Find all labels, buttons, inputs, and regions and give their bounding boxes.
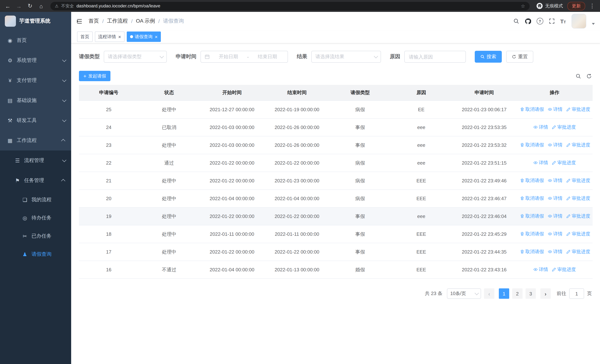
app-frame: 芋道管理系统 ◉首页⚙系统管理¥支付管理▤基础设施⚒研发工具▦工作流程☰流程管理…: [0, 12, 600, 364]
fullscreen-icon[interactable]: [549, 18, 555, 24]
view-icon: [548, 250, 552, 254]
action-detail[interactable]: 详情: [533, 267, 548, 273]
next-page-button[interactable]: ›: [540, 288, 551, 299]
page-button-3[interactable]: 3: [525, 288, 536, 299]
action-cancel[interactable]: 取消请假: [520, 106, 544, 113]
action-cancel[interactable]: 取消请假: [520, 177, 544, 184]
tab-流程详情[interactable]: 流程详情×: [95, 31, 124, 42]
action-progress[interactable]: 审批进度: [566, 106, 590, 113]
tab-请假查询[interactable]: 请假查询×: [127, 31, 161, 42]
action-cancel[interactable]: 取消请假: [520, 231, 544, 237]
security-warning-label[interactable]: 不安全: [61, 3, 74, 9]
reload-icon[interactable]: ↻: [26, 3, 34, 9]
bookmark-star-icon[interactable]: ☆: [521, 3, 525, 9]
cell-status: 处理中: [139, 136, 200, 154]
action-label: 详情: [553, 177, 562, 184]
tab-首页[interactable]: 首页: [77, 31, 93, 42]
sidebar-item-leave-query[interactable]: ♟请假查询: [0, 245, 71, 263]
sidebar-item-workflow[interactable]: ▦工作流程: [0, 131, 71, 150]
url-text[interactable]: dashboard.yudao.iocoder.cn/bpm/oa/leave: [76, 3, 518, 9]
search-button[interactable]: 搜索: [475, 51, 502, 63]
view-icon: [548, 107, 552, 112]
create-leave-button[interactable]: + 发起请假: [79, 71, 111, 81]
sidebar-item-done-task[interactable]: ✂已办任务: [0, 227, 71, 245]
toggle-search-icon[interactable]: [576, 73, 581, 79]
action-detail[interactable]: 详情: [548, 213, 562, 219]
search-icon[interactable]: [513, 18, 519, 24]
action-progress[interactable]: 审批进度: [566, 142, 590, 148]
breadcrumb-item[interactable]: 工作流程: [107, 18, 128, 24]
reset-button[interactable]: 重置: [506, 51, 533, 63]
sidebar-item-system[interactable]: ⚙系统管理: [0, 50, 71, 70]
action-label: 取消请假: [525, 195, 544, 202]
url-bar[interactable]: ⚠ 不安全 dashboard.yudao.iocoder.cn/bpm/oa/…: [50, 2, 530, 10]
user-avatar[interactable]: [572, 14, 586, 28]
action-progress[interactable]: 审批进度: [552, 124, 576, 131]
sidebar-item-label: 基础设施: [17, 97, 37, 104]
breadcrumb-item[interactable]: 首页: [89, 18, 99, 24]
help-icon[interactable]: ?: [536, 18, 543, 24]
table-row: 22通过2022-01-22 00:00:002022-01-22 00:00:…: [79, 154, 593, 172]
action-cancel[interactable]: 取消请假: [520, 249, 544, 255]
action-progress[interactable]: 审批进度: [566, 213, 590, 219]
leave-type-select[interactable]: 请选择请假类型: [104, 51, 167, 63]
cell-apply_time: 2022-01-22 23:53:32: [452, 136, 516, 154]
refresh-icon[interactable]: [586, 73, 592, 79]
sidebar-toggle-icon[interactable]: [76, 18, 83, 24]
column-header: 请假类型: [330, 85, 391, 101]
action-detail[interactable]: 详情: [548, 195, 562, 202]
goto-label: 前往: [557, 290, 566, 297]
action-detail[interactable]: 详情: [533, 124, 548, 131]
delete-icon: [520, 214, 525, 218]
sidebar-item-home[interactable]: ◉首页: [0, 30, 71, 50]
action-detail[interactable]: 详情: [548, 106, 562, 113]
browser-home-icon[interactable]: ⌂: [37, 3, 45, 9]
close-icon[interactable]: ×: [155, 34, 158, 39]
action-detail[interactable]: 详情: [548, 231, 562, 237]
reason-input[interactable]: [404, 51, 466, 63]
table-row: 20处理中2022-01-04 00:00:002022-01-04 00:00…: [79, 190, 593, 207]
action-detail[interactable]: 详情: [533, 160, 548, 166]
main-area: 首页/工作流程/OA 示例/请假查询 ? TT: [71, 12, 600, 364]
action-progress[interactable]: 审批进度: [552, 160, 576, 166]
close-icon[interactable]: ×: [118, 34, 121, 39]
page-button-1[interactable]: 1: [499, 288, 509, 299]
sidebar-item-todo-task[interactable]: ◎待办任务: [0, 209, 71, 227]
sidebar-item-task-mgmt[interactable]: ⚑任务管理: [0, 170, 71, 191]
sidebar-item-infrastructure[interactable]: ▤基础设施: [0, 90, 71, 111]
filter-form: 请假类型 请选择请假类型 申请时间 开始日期: [79, 51, 593, 63]
forward-icon[interactable]: →: [15, 3, 23, 9]
page-button-2[interactable]: 2: [512, 288, 523, 299]
action-progress[interactable]: 审批进度: [566, 231, 590, 237]
chevron-down-icon: [62, 58, 66, 62]
sidebar-item-payment[interactable]: ¥支付管理: [0, 70, 71, 90]
sidebar-item-process-mgmt[interactable]: ☰流程管理: [0, 150, 71, 170]
action-cancel[interactable]: 取消请假: [520, 142, 544, 148]
action-progress[interactable]: 审批进度: [566, 177, 590, 184]
goto-page-input[interactable]: [569, 288, 584, 299]
page-size-select[interactable]: 10条/页: [447, 288, 481, 299]
action-progress[interactable]: 审批进度: [566, 249, 590, 255]
font-size-icon[interactable]: TT: [560, 18, 566, 24]
github-icon[interactable]: [525, 18, 531, 24]
apply-time-range-picker[interactable]: 开始日期 - 结束日期: [200, 51, 288, 63]
action-cancel[interactable]: 取消请假: [520, 195, 544, 202]
action-detail[interactable]: 详情: [548, 142, 562, 148]
caret-down-icon[interactable]: [592, 23, 595, 25]
browser-menu-icon[interactable]: ⋮: [588, 3, 596, 9]
back-icon[interactable]: ←: [4, 3, 12, 9]
prev-page-button[interactable]: ‹: [484, 288, 494, 299]
edit-icon: [566, 232, 571, 236]
action-detail[interactable]: 详情: [548, 177, 562, 184]
action-detail[interactable]: 详情: [548, 249, 562, 255]
sidebar-item-devtools[interactable]: ⚒研发工具: [0, 111, 71, 131]
action-progress[interactable]: 审批进度: [552, 267, 576, 273]
update-button[interactable]: 更新: [567, 2, 585, 10]
sidebar-item-my-process[interactable]: ❏我的流程: [0, 191, 71, 209]
action-cancel[interactable]: 取消请假: [520, 213, 544, 219]
app-logo[interactable]: 芋道管理系统: [0, 12, 71, 30]
breadcrumb-item[interactable]: OA 示例: [136, 18, 155, 24]
result-select[interactable]: 请选择流结果: [311, 51, 381, 63]
security-warning-icon[interactable]: ⚠: [55, 3, 58, 8]
action-progress[interactable]: 审批进度: [566, 195, 590, 202]
